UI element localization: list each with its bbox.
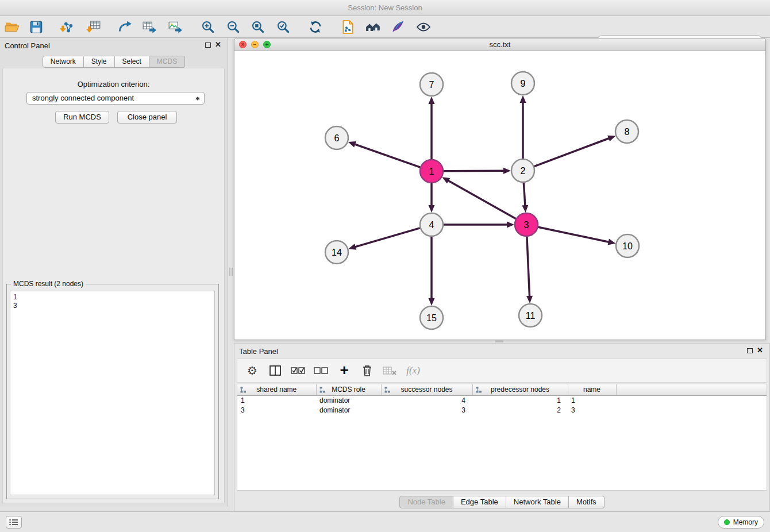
memory-button[interactable]: Memory bbox=[718, 516, 764, 529]
deselect-all-button[interactable] bbox=[314, 363, 329, 378]
graph-node-label: 14 bbox=[332, 248, 342, 257]
graph-node-label: 1 bbox=[429, 167, 434, 176]
zoom-fit-icon bbox=[251, 20, 265, 34]
vertical-splitter[interactable] bbox=[229, 268, 233, 276]
horizontal-splitter[interactable] bbox=[495, 340, 503, 342]
import-network-button[interactable] bbox=[57, 18, 77, 36]
tab-style[interactable]: Style bbox=[84, 56, 115, 68]
float-panel-icon[interactable] bbox=[205, 43, 211, 48]
graph-edge[interactable] bbox=[523, 183, 525, 206]
export-image-button[interactable] bbox=[165, 18, 185, 36]
table-row[interactable]: 1 dominator 4 1 1 bbox=[237, 395, 767, 405]
add-row-button[interactable] bbox=[337, 363, 352, 378]
show-graphics-details-button[interactable] bbox=[414, 18, 433, 36]
cell-mcds-role[interactable]: dominator bbox=[316, 405, 381, 415]
graph-edge[interactable] bbox=[444, 171, 505, 171]
window-titlebar[interactable]: Session: New Session bbox=[0, 0, 770, 16]
close-window-icon[interactable] bbox=[239, 41, 247, 48]
close-panel-icon[interactable] bbox=[215, 40, 221, 49]
tab-edge-table[interactable]: Edge Table bbox=[453, 496, 506, 508]
mcds-result-text[interactable]: 1 3 bbox=[10, 291, 215, 495]
zoom-out-button[interactable] bbox=[224, 18, 243, 36]
column-edit-icon bbox=[240, 387, 247, 393]
nested-networks-button[interactable] bbox=[363, 18, 383, 36]
tab-motifs[interactable]: Motifs bbox=[569, 496, 605, 508]
column-settings-button[interactable] bbox=[245, 363, 260, 378]
column-header-successor-nodes[interactable]: successor nodes bbox=[381, 384, 472, 395]
table-row[interactable]: 3 dominator 3 2 3 bbox=[237, 405, 767, 415]
cell-mcds-role[interactable]: dominator bbox=[316, 395, 381, 405]
column-header-name[interactable]: name bbox=[568, 384, 616, 395]
zoom-in-button[interactable] bbox=[198, 18, 218, 36]
split-view-button[interactable] bbox=[268, 363, 283, 378]
tab-mcds[interactable]: MCDS bbox=[149, 56, 185, 68]
tab-network[interactable]: Network bbox=[43, 56, 84, 68]
graph-node-label: 2 bbox=[521, 166, 526, 176]
import-table-button[interactable] bbox=[84, 18, 103, 36]
tab-select[interactable]: Select bbox=[115, 56, 149, 68]
tab-node-table[interactable]: Node Table bbox=[399, 496, 453, 508]
network-window-titlebar[interactable]: scc.txt bbox=[234, 38, 765, 51]
edge-arrowhead-icon bbox=[608, 239, 616, 245]
columns-icon bbox=[269, 365, 282, 376]
open-file-button[interactable] bbox=[2, 18, 22, 36]
graph-node-label: 11 bbox=[526, 311, 536, 321]
node-table: shared name MCDS role successor nodes pr… bbox=[237, 384, 767, 491]
checked-boxes-icon bbox=[291, 365, 306, 376]
network-document-button[interactable] bbox=[338, 18, 357, 36]
network-graph-svg[interactable]: 7968124314101511 bbox=[234, 51, 765, 340]
cell-successor-nodes[interactable]: 4 bbox=[381, 395, 472, 405]
result-line: 3 bbox=[13, 302, 211, 310]
edge-arrowhead-icon bbox=[522, 205, 528, 213]
tab-network-table[interactable]: Network Table bbox=[506, 496, 569, 508]
edge-arrowhead-icon bbox=[429, 205, 435, 213]
cell-predecessor-nodes[interactable]: 1 bbox=[472, 395, 568, 405]
function-builder-button[interactable]: f(x) bbox=[406, 363, 421, 378]
graph-edge[interactable] bbox=[527, 237, 530, 297]
export-table-button[interactable] bbox=[140, 18, 159, 36]
apply-style-button[interactable] bbox=[388, 18, 407, 36]
zoom-window-icon[interactable] bbox=[263, 41, 271, 48]
edge-arrowhead-icon bbox=[526, 296, 533, 303]
close-table-panel-icon[interactable] bbox=[757, 346, 763, 354]
list-icon bbox=[9, 519, 18, 526]
graph-edge[interactable] bbox=[354, 144, 420, 167]
delete-table-button[interactable] bbox=[383, 363, 398, 378]
apply-layout-button[interactable] bbox=[306, 18, 325, 36]
window-controls bbox=[239, 41, 271, 48]
graph-node-label: 3 bbox=[524, 220, 529, 230]
graph-edge[interactable] bbox=[538, 227, 610, 242]
graph-edge[interactable] bbox=[448, 180, 516, 219]
select-all-button[interactable] bbox=[291, 363, 306, 378]
cell-name[interactable]: 1 bbox=[568, 395, 616, 405]
column-header-mcds-role[interactable]: MCDS role bbox=[316, 384, 381, 395]
cell-shared-name[interactable]: 1 bbox=[237, 395, 316, 405]
zoom-fit-button[interactable] bbox=[248, 18, 268, 36]
close-panel-button[interactable]: Close panel bbox=[117, 111, 177, 124]
edge-arrowhead-icon bbox=[507, 222, 514, 228]
column-header-shared-name[interactable]: shared name bbox=[237, 384, 316, 395]
optimization-criterion-label: Optimization criterion: bbox=[3, 80, 224, 88]
run-mcds-button[interactable]: Run MCDS bbox=[55, 111, 109, 124]
save-session-button[interactable] bbox=[26, 18, 46, 36]
plus-icon bbox=[340, 364, 348, 377]
export-network-icon bbox=[117, 20, 132, 34]
cell-successor-nodes[interactable]: 3 bbox=[381, 405, 472, 415]
graph-node-label: 7 bbox=[429, 80, 434, 90]
graph-edge[interactable] bbox=[534, 138, 610, 166]
delete-row-button[interactable] bbox=[360, 363, 375, 378]
cell-predecessor-nodes[interactable]: 2 bbox=[472, 405, 568, 415]
task-history-button[interactable] bbox=[6, 516, 22, 529]
criterion-dropdown[interactable]: strongly connected component bbox=[26, 92, 205, 105]
import-network-icon bbox=[60, 20, 75, 34]
mcds-panel: Optimization criterion: strongly connect… bbox=[2, 68, 225, 503]
minimize-window-icon[interactable] bbox=[251, 41, 259, 48]
graph-edge[interactable] bbox=[355, 228, 420, 247]
float-table-panel-icon[interactable] bbox=[747, 348, 753, 353]
column-header-predecessor-nodes[interactable]: predecessor nodes bbox=[472, 384, 568, 395]
export-network-button[interactable] bbox=[115, 18, 134, 36]
memory-label: Memory bbox=[733, 518, 758, 526]
cell-shared-name[interactable]: 3 bbox=[237, 405, 316, 415]
zoom-selected-button[interactable] bbox=[274, 18, 293, 36]
cell-name[interactable]: 3 bbox=[568, 405, 616, 415]
